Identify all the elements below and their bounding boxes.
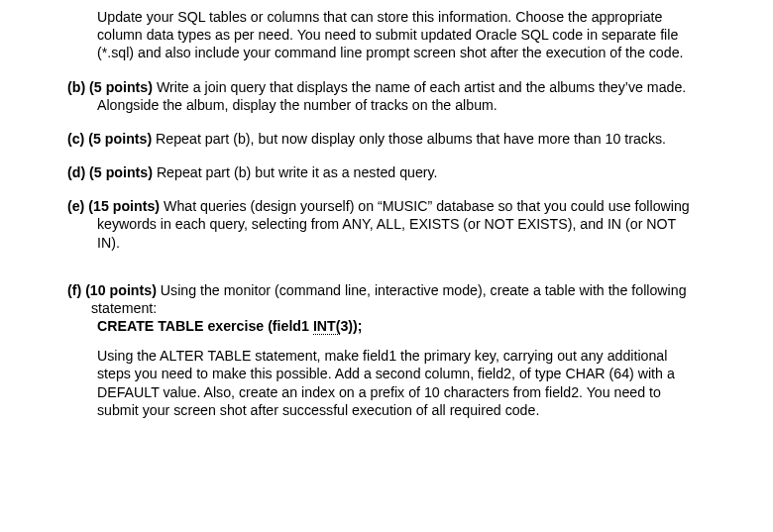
item-c: (c) (5 points) Repeat part (b), but now … (67, 130, 692, 148)
item-b: (b) (5 points) Write a join query that d… (67, 78, 692, 114)
item-c-text: Repeat part (b), but now display only th… (156, 131, 666, 147)
item-f: (f) (10 points) Using the monitor (comma… (67, 281, 692, 419)
item-f-statement: CREATE TABLE exercise (field1 INT(3)); (67, 317, 692, 335)
intro-paragraph: Update your SQL tables or columns that c… (67, 8, 692, 62)
statement-post: 3)); (340, 318, 362, 334)
statement-pre: CREATE TABLE exercise (field1 (97, 318, 313, 334)
item-c-label: (c) (67, 131, 84, 147)
item-b-text: Write a join query that displays the nam… (97, 79, 686, 113)
item-e-label: (e) (67, 198, 84, 214)
item-c-points: (5 points) (88, 131, 152, 147)
item-f-lead-text: Using the monitor (command line, interac… (91, 282, 687, 316)
item-b-points: (5 points) (89, 79, 153, 95)
item-f-points: (10 points) (85, 282, 157, 298)
item-d-text: Repeat part (b) but write it as a nested… (157, 164, 438, 180)
document-page: Update your SQL tables or columns that c… (0, 0, 773, 419)
item-d: (d) (5 points) Repeat part (b) but write… (67, 163, 692, 181)
item-e-points: (15 points) (88, 198, 160, 214)
item-d-points: (5 points) (89, 164, 153, 180)
item-f-body-text: Using the ALTER TABLE statement, make fi… (97, 348, 675, 418)
item-f-label: (f) (67, 282, 81, 298)
item-f-lead: (f) (10 points) Using the monitor (comma… (67, 281, 692, 317)
item-d-label: (d) (67, 164, 85, 180)
item-f-body: Using the ALTER TABLE statement, make fi… (67, 347, 692, 419)
item-b-label: (b) (67, 79, 85, 95)
item-e: (e) (15 points) What queries (design you… (67, 197, 692, 252)
statement-link: INT( (313, 318, 341, 335)
intro-text: Update your SQL tables or columns that c… (97, 9, 683, 60)
item-e-text: What queries (design yourself) on “MUSIC… (97, 198, 690, 250)
